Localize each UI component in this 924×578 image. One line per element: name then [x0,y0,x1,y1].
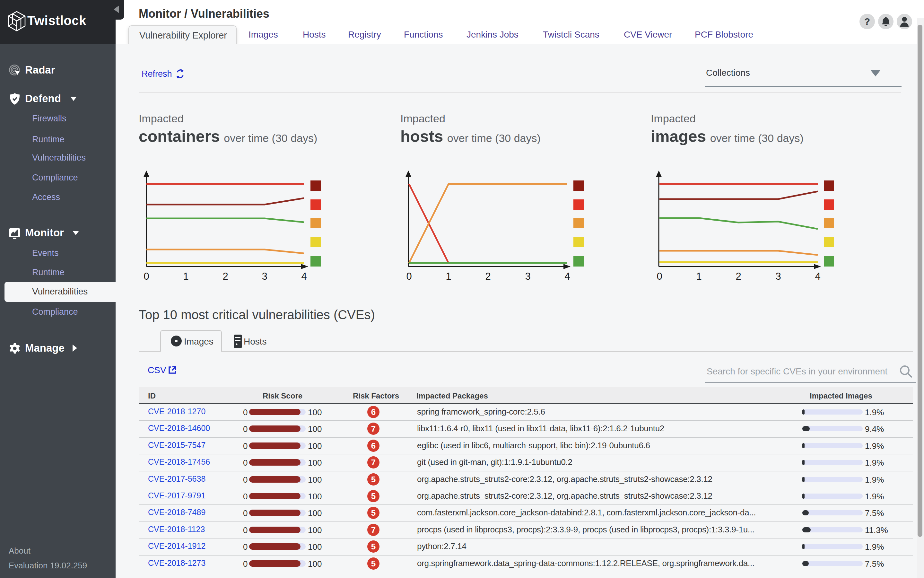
svg-text:2: 2 [485,271,491,282]
svg-text:2: 2 [736,271,741,282]
svg-text:1: 1 [183,271,188,282]
svg-text:1: 1 [446,271,451,282]
svg-text:1: 1 [696,271,702,282]
svg-text:3: 3 [775,271,781,282]
svg-text:4: 4 [301,271,306,282]
svg-text:0: 0 [406,271,412,282]
svg-text:0: 0 [144,271,149,282]
svg-text:3: 3 [525,271,530,282]
svg-text:2: 2 [222,271,228,282]
svg-text:3: 3 [262,271,267,282]
svg-text:0: 0 [657,271,662,282]
svg-text:4: 4 [815,271,820,282]
svg-text:4: 4 [564,271,570,282]
